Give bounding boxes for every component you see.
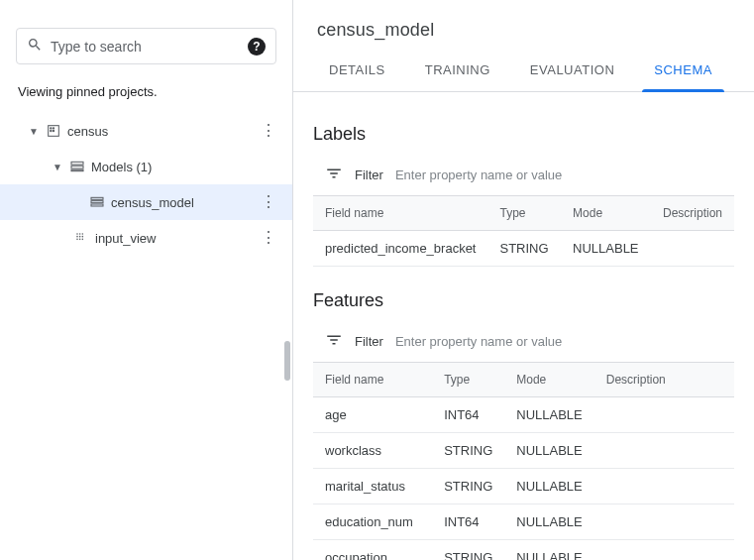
main-panel: census_model DETAILS TRAINING EVALUATION… <box>293 0 754 560</box>
col-desc: Description <box>651 196 734 231</box>
svg-point-14 <box>76 236 78 238</box>
tree-node-label[interactable]: census <box>63 124 257 139</box>
project-tree: ▼ census ⋮ ▼ Models (1) ⋮ census_model ⋮… <box>0 113 292 560</box>
cell-type: STRING <box>432 433 504 469</box>
chevron-down-icon[interactable]: ▼ <box>48 162 67 172</box>
model-icon <box>87 194 107 210</box>
svg-point-13 <box>82 233 84 235</box>
search-box[interactable]: ? <box>16 28 276 64</box>
table-row: education_numINT64NULLABLE <box>313 504 734 540</box>
svg-point-18 <box>79 239 81 241</box>
table-row: marital_statusSTRINGNULLABLE <box>313 469 734 504</box>
filter-label: Filter <box>355 334 383 349</box>
tree-node-label[interactable]: input_view <box>91 231 257 246</box>
cell-field: marital_status <box>313 469 432 504</box>
col-desc: Description <box>594 363 734 397</box>
features-filter-input[interactable] <box>395 334 734 349</box>
svg-rect-5 <box>71 162 83 165</box>
table-row: workclassSTRINGNULLABLE <box>313 433 734 469</box>
cell-mode: NULLABLE <box>504 433 593 469</box>
col-type: Type <box>432 363 504 397</box>
cell-desc <box>651 231 734 267</box>
page-title: census_model <box>293 0 754 49</box>
tree-node-census[interactable]: ▼ census ⋮ <box>0 113 292 149</box>
chevron-down-icon[interactable]: ▼ <box>24 126 44 137</box>
features-table: Field name Type Mode Description ageINT6… <box>313 362 734 560</box>
tab-evaluation[interactable]: EVALUATION <box>510 49 634 91</box>
help-icon[interactable]: ? <box>248 38 266 56</box>
svg-point-3 <box>51 130 52 131</box>
svg-point-4 <box>53 130 54 131</box>
search-icon <box>27 37 43 56</box>
cell-field: workclass <box>313 433 432 469</box>
tree-node-models[interactable]: ▼ Models (1) ⋮ <box>0 149 292 184</box>
scrollbar-thumb[interactable] <box>284 341 290 381</box>
kebab-icon[interactable]: ⋮ <box>257 194 280 210</box>
features-heading: Features <box>313 290 734 311</box>
labels-heading: Labels <box>313 124 734 145</box>
schema-content: Labels Filter Field name Type Mode Descr… <box>293 92 754 560</box>
dataset-icon <box>44 123 63 139</box>
svg-rect-7 <box>71 169 83 170</box>
kebab-icon[interactable]: ⋮ <box>257 230 280 246</box>
svg-point-11 <box>76 233 78 235</box>
filter-icon <box>325 165 343 185</box>
table-row: ageINT64NULLABLE <box>313 397 734 433</box>
labels-table: Field name Type Mode Description predict… <box>313 195 734 267</box>
tree-node-label[interactable]: census_model <box>107 195 257 210</box>
cell-mode: NULLABLE <box>504 504 593 540</box>
cell-field: age <box>313 397 432 433</box>
cell-mode: NULLABLE <box>504 540 593 561</box>
cell-type: STRING <box>432 540 504 561</box>
search-input[interactable] <box>51 39 240 55</box>
cell-desc <box>594 504 734 540</box>
sidebar-scrollbar[interactable] <box>282 113 292 560</box>
col-mode: Mode <box>504 363 593 397</box>
tab-bar: DETAILS TRAINING EVALUATION SCHEMA <box>293 49 754 92</box>
tree-node-label[interactable]: Models (1) <box>87 160 257 174</box>
cell-desc <box>594 469 734 504</box>
cell-field: occupation <box>313 540 432 561</box>
svg-rect-9 <box>91 201 103 203</box>
svg-point-2 <box>53 128 54 129</box>
cell-mode: NULLABLE <box>561 231 651 267</box>
tab-schema[interactable]: SCHEMA <box>634 49 732 91</box>
tab-training[interactable]: TRAINING <box>405 49 510 91</box>
col-type: Type <box>487 196 561 231</box>
svg-rect-8 <box>91 197 103 199</box>
cell-desc <box>594 397 734 433</box>
tree-node-input-view[interactable]: input_view ⋮ <box>0 220 292 256</box>
pinned-projects-message: Viewing pinned projects. <box>0 76 292 113</box>
cell-field: education_num <box>313 504 432 540</box>
svg-point-19 <box>82 239 84 241</box>
cell-mode: NULLABLE <box>504 469 593 504</box>
cell-desc <box>594 433 734 469</box>
cell-type: INT64 <box>432 397 504 433</box>
svg-rect-10 <box>91 204 103 206</box>
svg-point-17 <box>76 239 78 241</box>
folder-icon <box>67 159 87 174</box>
cell-type: STRING <box>487 231 561 267</box>
tab-details[interactable]: DETAILS <box>309 49 405 91</box>
filter-icon <box>325 331 343 352</box>
cell-type: INT64 <box>432 504 504 540</box>
labels-filter: Filter <box>313 161 734 195</box>
col-mode: Mode <box>561 196 651 231</box>
cell-desc <box>594 540 734 561</box>
sidebar: ? Viewing pinned projects. ▼ census ⋮ ▼ … <box>0 0 293 560</box>
svg-point-16 <box>82 236 84 238</box>
cell-mode: NULLABLE <box>504 397 593 433</box>
svg-point-12 <box>79 233 81 235</box>
kebab-icon[interactable]: ⋮ <box>257 123 280 139</box>
tree-node-census-model[interactable]: census_model ⋮ <box>0 184 292 220</box>
col-field: Field name <box>313 363 432 397</box>
table-row: predicted_income_bracketSTRINGNULLABLE <box>313 231 734 267</box>
svg-rect-6 <box>71 166 83 168</box>
table-row: occupationSTRINGNULLABLE <box>313 540 734 561</box>
cell-field: predicted_income_bracket <box>313 231 487 267</box>
svg-point-15 <box>79 236 81 238</box>
features-filter: Filter <box>313 327 734 362</box>
col-field: Field name <box>313 196 487 231</box>
labels-filter-input[interactable] <box>395 168 734 182</box>
filter-label: Filter <box>355 168 383 182</box>
